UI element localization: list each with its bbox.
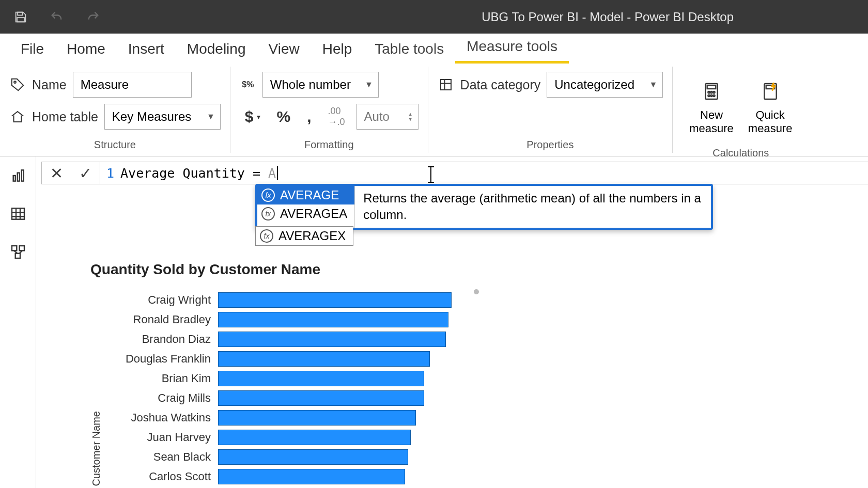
svg-rect-1 [17, 18, 24, 22]
name-input[interactable]: Measure [73, 72, 192, 98]
window-title: UBG To Power BI - Model - Power BI Deskt… [101, 10, 868, 24]
tab-modeling[interactable]: Modeling [176, 36, 257, 64]
calculator-icon [701, 81, 722, 106]
chevron-down-icon: ▼ [649, 80, 657, 89]
currency-button[interactable]: $▾ [240, 104, 266, 130]
svg-rect-17 [17, 173, 19, 181]
formula-bar: ✕ ✓ 1 Average Quantity = A [41, 162, 868, 184]
group-label-properties: Properties [438, 136, 663, 151]
name-label: Name [32, 77, 67, 92]
svg-point-10 [713, 91, 715, 93]
chart-bar: Carlos Scott [117, 467, 452, 486]
group-structure: Name Measure Home table Key Measures▼ St… [0, 67, 230, 153]
group-label-calculations: Calculations [682, 144, 799, 159]
data-category-label: Data category [460, 77, 541, 92]
intellisense-item[interactable]: fx AVERAGEX [255, 226, 353, 246]
text-cursor-icon [430, 166, 431, 183]
svg-rect-0 [18, 12, 22, 15]
home-table-select[interactable]: Key Measures▼ [104, 104, 221, 130]
intellisense-item[interactable]: fx AVERAGE [257, 186, 354, 204]
bar-label: Sean Black [117, 450, 218, 464]
group-label-structure: Structure [9, 136, 221, 151]
bar-label: Craig Wright [117, 293, 218, 307]
format-icon: $% [240, 76, 256, 93]
svg-rect-19 [12, 208, 24, 219]
bar-label: Douglas Franklin [117, 352, 218, 366]
tab-home[interactable]: Home [55, 36, 117, 64]
redo-icon[interactable] [85, 9, 101, 25]
svg-rect-26 [15, 254, 20, 258]
formula-commit-button[interactable]: ✓ [71, 162, 100, 184]
model-view-icon[interactable] [9, 243, 27, 261]
chart-bar: Ronald Bradley [117, 310, 452, 329]
chevron-down-icon: ▼ [207, 112, 215, 121]
format-select[interactable]: Whole number▼ [262, 72, 379, 98]
home-table-icon [9, 108, 26, 125]
decimal-button[interactable]: .00→.0 [323, 104, 350, 130]
bar-rect [218, 469, 405, 484]
function-icon: fx [261, 188, 275, 202]
intellisense-popup: fx AVERAGE fx AVERAGEA Returns the avera… [255, 184, 713, 230]
formula-input[interactable]: 1 Average Quantity = A [100, 162, 868, 184]
scrollbar-thumb[interactable] [474, 289, 479, 294]
bar-rect [218, 390, 424, 406]
chart-bar: Brian Kim [117, 369, 452, 388]
data-category-select[interactable]: Uncategorized▼ [547, 72, 663, 98]
bar-label: Joshua Watkins [117, 411, 218, 424]
bar-label: Brandon Diaz [117, 333, 218, 346]
bar-label: Craig Mills [117, 391, 218, 405]
bar-rect [218, 371, 424, 386]
bar-rect [218, 430, 411, 445]
spin-down-icon[interactable]: ▼ [408, 117, 413, 122]
group-properties: Data category Uncategorized▼ Properties [428, 67, 673, 153]
svg-rect-25 [19, 246, 24, 250]
tab-insert[interactable]: Insert [117, 36, 176, 64]
bar-label: Ronald Bradley [117, 313, 218, 326]
bar-rect [218, 410, 416, 426]
undo-icon[interactable] [49, 9, 65, 25]
thousands-button[interactable]: , [302, 104, 316, 130]
group-calculations: New measure Quick measure Calculations [673, 67, 809, 153]
group-formatting: $% Whole number▼ $▾ % , .00→.0 Auto▲▼ Fo… [230, 67, 428, 153]
intellisense-item[interactable]: fx AVERAGEA [257, 204, 354, 223]
svg-point-2 [14, 81, 16, 83]
chart-bar: Joshua Watkins [117, 408, 452, 428]
tab-file[interactable]: File [9, 36, 55, 64]
svg-point-8 [708, 91, 709, 93]
chart-plot-area: Craig WrightRonald BradleyBrandon DiazDo… [117, 290, 452, 486]
tag-icon [9, 76, 26, 93]
quick-measure-button[interactable]: Quick measure [741, 72, 800, 144]
titlebar: UBG To Power BI - Model - Power BI Deskt… [0, 0, 868, 34]
ribbon-body: Name Measure Home table Key Measures▼ St… [0, 64, 868, 156]
tab-measure-tools[interactable]: Measure tools [455, 33, 569, 64]
save-icon[interactable] [13, 9, 28, 25]
data-view-icon[interactable] [9, 205, 27, 223]
home-table-label: Home table [32, 109, 98, 124]
tab-table-tools[interactable]: Table tools [363, 36, 455, 64]
data-category-icon [438, 76, 454, 93]
ribbon-tabs: File Home Insert Modeling View Help Tabl… [0, 34, 868, 64]
function-icon: fx [260, 229, 273, 243]
chart-bar: Craig Wright [117, 290, 452, 310]
report-view-icon[interactable] [9, 167, 27, 184]
chart-bar: Craig Mills [117, 388, 452, 408]
view-switcher [0, 156, 36, 488]
formula-cancel-button[interactable]: ✕ [42, 162, 71, 184]
svg-rect-16 [13, 176, 15, 181]
decimal-input[interactable]: Auto▲▼ [357, 104, 419, 130]
bar-rect [218, 449, 408, 465]
tab-help[interactable]: Help [311, 36, 364, 64]
bar-label: Juan Harvey [117, 431, 218, 444]
spin-up-icon[interactable]: ▲ [408, 112, 413, 117]
svg-point-13 [713, 95, 715, 97]
percent-button[interactable]: % [272, 104, 296, 130]
svg-rect-3 [441, 80, 451, 90]
bar-rect [218, 312, 448, 327]
bar-chart[interactable]: Quantity Sold by Customer Name Customer … [90, 261, 452, 486]
intellisense-description: Returns the average (arithmetic mean) of… [354, 186, 711, 228]
tab-view[interactable]: View [257, 36, 311, 64]
svg-point-11 [708, 95, 709, 97]
chart-bar: Brandon Diaz [117, 329, 452, 349]
quick-calculator-icon [760, 81, 781, 106]
new-measure-button[interactable]: New measure [682, 72, 741, 144]
